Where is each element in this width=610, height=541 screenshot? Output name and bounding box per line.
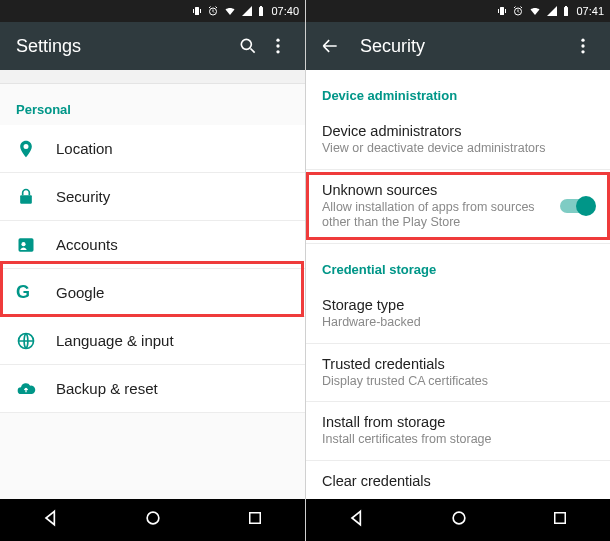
item-device-admins[interactable]: Device administrators View or deactivate… (306, 111, 610, 170)
app-bar: Security (306, 22, 610, 70)
nav-recent-icon[interactable] (551, 509, 569, 531)
item-label: Security (56, 188, 289, 205)
svg-rect-21 (565, 6, 567, 7)
more-icon[interactable] (568, 36, 598, 56)
item-subtitle: Display trusted CA certificates (322, 374, 594, 390)
google-icon: G (16, 282, 56, 303)
status-bar: 07:41 (306, 0, 610, 22)
section-credential: Credential storage (306, 244, 610, 285)
section-device-admin: Device administration (306, 70, 610, 111)
item-label: Google (56, 284, 289, 301)
security-content: Device administration Device administrat… (306, 70, 610, 499)
battery-icon (562, 5, 570, 17)
status-bar: 07:40 (0, 0, 305, 22)
item-label: Location (56, 140, 289, 157)
status-time: 07:41 (576, 5, 604, 17)
page-title: Security (360, 36, 568, 57)
item-title: Install from storage (322, 414, 594, 430)
alarm-icon (512, 5, 524, 17)
svg-rect-0 (195, 7, 199, 15)
signal-icon (546, 5, 558, 17)
item-unknown-sources[interactable]: Unknown sources Allow installation of ap… (306, 170, 610, 244)
settings-item-location[interactable]: Location (0, 125, 305, 173)
svg-point-25 (453, 512, 465, 524)
vibrate-icon (191, 5, 203, 17)
nav-back-icon[interactable] (347, 508, 367, 532)
backup-icon (16, 379, 56, 399)
battery-icon (257, 5, 265, 17)
location-icon (16, 139, 56, 159)
signal-icon (241, 5, 253, 17)
svg-rect-4 (259, 7, 263, 16)
item-label: Accounts (56, 236, 289, 253)
item-title: Device administrators (322, 123, 594, 139)
nav-home-icon[interactable] (143, 508, 163, 532)
svg-point-7 (276, 39, 279, 42)
svg-point-23 (581, 44, 584, 47)
svg-rect-16 (500, 7, 504, 15)
alarm-icon (207, 5, 219, 17)
item-subtitle: Install certificates from storage (322, 432, 594, 448)
settings-item-language[interactable]: Language & input (0, 317, 305, 365)
app-bar: Settings (0, 22, 305, 70)
svg-point-9 (276, 50, 279, 53)
item-install-from-storage[interactable]: Install from storage Install certificate… (306, 402, 610, 461)
settings-item-accounts[interactable]: Accounts (0, 221, 305, 269)
section-personal: Personal (0, 84, 305, 125)
status-time: 07:40 (271, 5, 299, 17)
item-subtitle: Hardware-backed (322, 315, 594, 331)
settings-content: Personal Location Security Accounts G Go… (0, 70, 305, 499)
svg-point-22 (581, 39, 584, 42)
nav-back-icon[interactable] (41, 508, 61, 532)
item-subtitle: View or deactivate device administrators (322, 141, 594, 157)
settings-item-google[interactable]: G Google (0, 269, 305, 317)
settings-item-security[interactable]: Security (0, 173, 305, 221)
svg-point-8 (276, 44, 279, 47)
page-title: Settings (16, 36, 233, 57)
lock-icon (16, 187, 56, 207)
vibrate-icon (496, 5, 508, 17)
nav-bar (306, 499, 610, 541)
svg-rect-18 (505, 9, 506, 13)
globe-icon (16, 331, 56, 351)
svg-rect-1 (193, 9, 194, 13)
svg-rect-2 (200, 9, 201, 13)
back-icon[interactable] (318, 36, 342, 56)
item-trusted-credentials[interactable]: Trusted credentials Display trusted CA c… (306, 344, 610, 403)
item-title: Unknown sources (322, 182, 552, 198)
more-icon[interactable] (263, 36, 293, 56)
svg-rect-15 (250, 513, 261, 524)
svg-rect-10 (20, 195, 32, 203)
svg-rect-20 (564, 7, 568, 16)
svg-rect-17 (498, 9, 499, 13)
wifi-icon (528, 5, 542, 17)
accounts-icon (16, 235, 56, 255)
unknown-sources-toggle[interactable] (560, 199, 594, 213)
wifi-icon (223, 5, 237, 17)
svg-point-14 (148, 512, 160, 524)
item-label: Language & input (56, 332, 289, 349)
item-clear-credentials[interactable]: Clear credentials (306, 461, 610, 499)
nav-home-icon[interactable] (449, 508, 469, 532)
settings-item-backup[interactable]: Backup & reset (0, 365, 305, 413)
item-title: Trusted credentials (322, 356, 594, 372)
svg-point-24 (581, 50, 584, 53)
item-title: Storage type (322, 297, 594, 313)
item-label: Backup & reset (56, 380, 289, 397)
svg-rect-26 (555, 513, 566, 524)
item-subtitle: Allow installation of apps from sources … (322, 200, 552, 231)
item-title: Clear credentials (322, 473, 594, 489)
nav-recent-icon[interactable] (246, 509, 264, 531)
item-storage-type[interactable]: Storage type Hardware-backed (306, 285, 610, 344)
nav-bar (0, 499, 305, 541)
svg-point-12 (21, 242, 25, 246)
search-icon[interactable] (233, 36, 263, 56)
svg-rect-5 (260, 6, 262, 7)
svg-point-6 (241, 39, 251, 49)
